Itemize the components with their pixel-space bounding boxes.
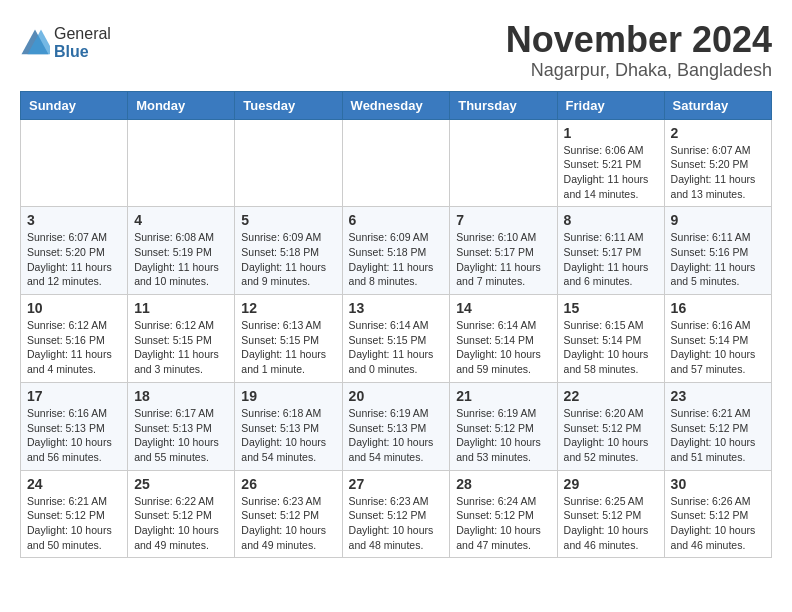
day-number: 21: [456, 388, 550, 404]
page-header: General Blue November 2024 Nagarpur, Dha…: [20, 20, 772, 81]
day-info: Sunrise: 6:12 AM Sunset: 5:15 PM Dayligh…: [134, 318, 228, 377]
day-number: 1: [564, 125, 658, 141]
calendar-cell: 9Sunrise: 6:11 AM Sunset: 5:16 PM Daylig…: [664, 207, 771, 295]
calendar-cell: 13Sunrise: 6:14 AM Sunset: 5:15 PM Dayli…: [342, 295, 450, 383]
day-info: Sunrise: 6:16 AM Sunset: 5:14 PM Dayligh…: [671, 318, 765, 377]
logo: General Blue: [20, 25, 111, 60]
day-info: Sunrise: 6:26 AM Sunset: 5:12 PM Dayligh…: [671, 494, 765, 553]
day-info: Sunrise: 6:24 AM Sunset: 5:12 PM Dayligh…: [456, 494, 550, 553]
calendar-cell: 18Sunrise: 6:17 AM Sunset: 5:13 PM Dayli…: [128, 382, 235, 470]
calendar-cell: 11Sunrise: 6:12 AM Sunset: 5:15 PM Dayli…: [128, 295, 235, 383]
calendar-cell: 10Sunrise: 6:12 AM Sunset: 5:16 PM Dayli…: [21, 295, 128, 383]
calendar-cell: 20Sunrise: 6:19 AM Sunset: 5:13 PM Dayli…: [342, 382, 450, 470]
day-info: Sunrise: 6:07 AM Sunset: 5:20 PM Dayligh…: [671, 143, 765, 202]
day-info: Sunrise: 6:17 AM Sunset: 5:13 PM Dayligh…: [134, 406, 228, 465]
day-info: Sunrise: 6:11 AM Sunset: 5:17 PM Dayligh…: [564, 230, 658, 289]
calendar-weekday-friday: Friday: [557, 91, 664, 119]
day-number: 19: [241, 388, 335, 404]
day-number: 14: [456, 300, 550, 316]
logo-blue: Blue: [54, 43, 111, 61]
calendar-cell: 15Sunrise: 6:15 AM Sunset: 5:14 PM Dayli…: [557, 295, 664, 383]
day-number: 27: [349, 476, 444, 492]
calendar-cell: 5Sunrise: 6:09 AM Sunset: 5:18 PM Daylig…: [235, 207, 342, 295]
calendar-week-row: 3Sunrise: 6:07 AM Sunset: 5:20 PM Daylig…: [21, 207, 772, 295]
calendar-weekday-sunday: Sunday: [21, 91, 128, 119]
day-info: Sunrise: 6:23 AM Sunset: 5:12 PM Dayligh…: [241, 494, 335, 553]
day-info: Sunrise: 6:15 AM Sunset: 5:14 PM Dayligh…: [564, 318, 658, 377]
calendar-week-row: 10Sunrise: 6:12 AM Sunset: 5:16 PM Dayli…: [21, 295, 772, 383]
calendar-weekday-thursday: Thursday: [450, 91, 557, 119]
day-info: Sunrise: 6:12 AM Sunset: 5:16 PM Dayligh…: [27, 318, 121, 377]
logo-general: General: [54, 25, 111, 43]
calendar-cell: [128, 119, 235, 207]
calendar-cell: 19Sunrise: 6:18 AM Sunset: 5:13 PM Dayli…: [235, 382, 342, 470]
calendar-week-row: 24Sunrise: 6:21 AM Sunset: 5:12 PM Dayli…: [21, 470, 772, 558]
calendar-cell: 30Sunrise: 6:26 AM Sunset: 5:12 PM Dayli…: [664, 470, 771, 558]
calendar-cell: 7Sunrise: 6:10 AM Sunset: 5:17 PM Daylig…: [450, 207, 557, 295]
calendar-cell: [450, 119, 557, 207]
day-info: Sunrise: 6:23 AM Sunset: 5:12 PM Dayligh…: [349, 494, 444, 553]
calendar-cell: 17Sunrise: 6:16 AM Sunset: 5:13 PM Dayli…: [21, 382, 128, 470]
day-number: 16: [671, 300, 765, 316]
calendar-cell: 8Sunrise: 6:11 AM Sunset: 5:17 PM Daylig…: [557, 207, 664, 295]
logo-icon: [20, 28, 50, 58]
day-number: 3: [27, 212, 121, 228]
calendar-cell: 4Sunrise: 6:08 AM Sunset: 5:19 PM Daylig…: [128, 207, 235, 295]
day-number: 24: [27, 476, 121, 492]
day-number: 17: [27, 388, 121, 404]
calendar-cell: 1Sunrise: 6:06 AM Sunset: 5:21 PM Daylig…: [557, 119, 664, 207]
calendar-week-row: 1Sunrise: 6:06 AM Sunset: 5:21 PM Daylig…: [21, 119, 772, 207]
calendar-cell: 24Sunrise: 6:21 AM Sunset: 5:12 PM Dayli…: [21, 470, 128, 558]
day-number: 10: [27, 300, 121, 316]
day-info: Sunrise: 6:14 AM Sunset: 5:14 PM Dayligh…: [456, 318, 550, 377]
page-subtitle: Nagarpur, Dhaka, Bangladesh: [506, 60, 772, 81]
day-info: Sunrise: 6:19 AM Sunset: 5:12 PM Dayligh…: [456, 406, 550, 465]
day-number: 26: [241, 476, 335, 492]
day-number: 2: [671, 125, 765, 141]
day-info: Sunrise: 6:07 AM Sunset: 5:20 PM Dayligh…: [27, 230, 121, 289]
day-number: 22: [564, 388, 658, 404]
calendar-cell: 3Sunrise: 6:07 AM Sunset: 5:20 PM Daylig…: [21, 207, 128, 295]
day-info: Sunrise: 6:06 AM Sunset: 5:21 PM Dayligh…: [564, 143, 658, 202]
calendar-cell: 16Sunrise: 6:16 AM Sunset: 5:14 PM Dayli…: [664, 295, 771, 383]
day-number: 11: [134, 300, 228, 316]
day-number: 13: [349, 300, 444, 316]
day-info: Sunrise: 6:25 AM Sunset: 5:12 PM Dayligh…: [564, 494, 658, 553]
calendar-cell: 26Sunrise: 6:23 AM Sunset: 5:12 PM Dayli…: [235, 470, 342, 558]
day-info: Sunrise: 6:18 AM Sunset: 5:13 PM Dayligh…: [241, 406, 335, 465]
calendar-weekday-saturday: Saturday: [664, 91, 771, 119]
day-number: 12: [241, 300, 335, 316]
day-info: Sunrise: 6:20 AM Sunset: 5:12 PM Dayligh…: [564, 406, 658, 465]
day-number: 18: [134, 388, 228, 404]
day-number: 8: [564, 212, 658, 228]
day-number: 6: [349, 212, 444, 228]
calendar-weekday-wednesday: Wednesday: [342, 91, 450, 119]
calendar-cell: 12Sunrise: 6:13 AM Sunset: 5:15 PM Dayli…: [235, 295, 342, 383]
calendar-table: SundayMondayTuesdayWednesdayThursdayFrid…: [20, 91, 772, 559]
day-info: Sunrise: 6:22 AM Sunset: 5:12 PM Dayligh…: [134, 494, 228, 553]
calendar-week-row: 17Sunrise: 6:16 AM Sunset: 5:13 PM Dayli…: [21, 382, 772, 470]
day-info: Sunrise: 6:21 AM Sunset: 5:12 PM Dayligh…: [27, 494, 121, 553]
calendar-cell: 25Sunrise: 6:22 AM Sunset: 5:12 PM Dayli…: [128, 470, 235, 558]
title-section: November 2024 Nagarpur, Dhaka, Banglades…: [506, 20, 772, 81]
calendar-cell: 6Sunrise: 6:09 AM Sunset: 5:18 PM Daylig…: [342, 207, 450, 295]
day-number: 7: [456, 212, 550, 228]
calendar-cell: [342, 119, 450, 207]
calendar-cell: 2Sunrise: 6:07 AM Sunset: 5:20 PM Daylig…: [664, 119, 771, 207]
day-info: Sunrise: 6:08 AM Sunset: 5:19 PM Dayligh…: [134, 230, 228, 289]
day-number: 29: [564, 476, 658, 492]
calendar-weekday-tuesday: Tuesday: [235, 91, 342, 119]
day-info: Sunrise: 6:11 AM Sunset: 5:16 PM Dayligh…: [671, 230, 765, 289]
day-number: 9: [671, 212, 765, 228]
calendar-cell: 14Sunrise: 6:14 AM Sunset: 5:14 PM Dayli…: [450, 295, 557, 383]
calendar-cell: 22Sunrise: 6:20 AM Sunset: 5:12 PM Dayli…: [557, 382, 664, 470]
day-number: 23: [671, 388, 765, 404]
day-info: Sunrise: 6:14 AM Sunset: 5:15 PM Dayligh…: [349, 318, 444, 377]
day-number: 28: [456, 476, 550, 492]
day-info: Sunrise: 6:09 AM Sunset: 5:18 PM Dayligh…: [349, 230, 444, 289]
calendar-cell: 21Sunrise: 6:19 AM Sunset: 5:12 PM Dayli…: [450, 382, 557, 470]
day-number: 15: [564, 300, 658, 316]
calendar-cell: 27Sunrise: 6:23 AM Sunset: 5:12 PM Dayli…: [342, 470, 450, 558]
calendar-cell: [21, 119, 128, 207]
day-info: Sunrise: 6:19 AM Sunset: 5:13 PM Dayligh…: [349, 406, 444, 465]
